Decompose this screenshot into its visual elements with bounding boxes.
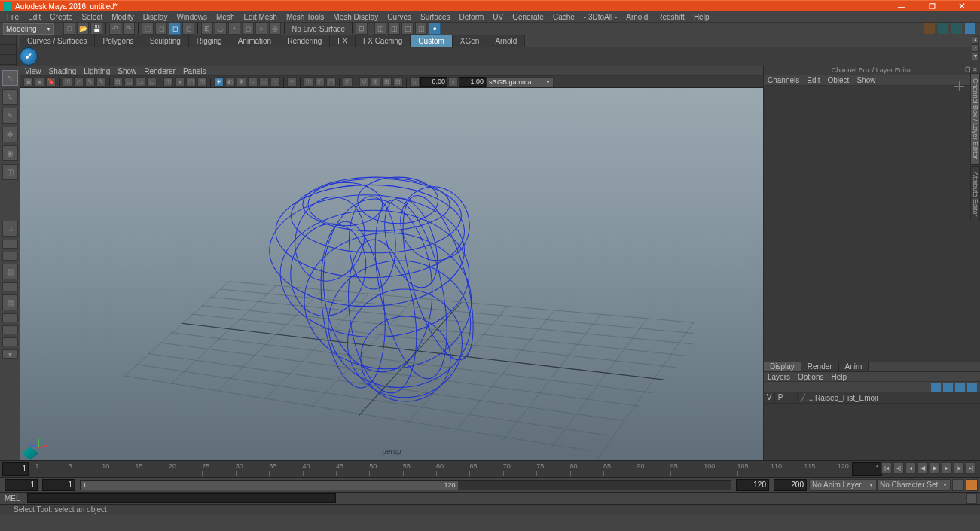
live-surface-label[interactable]: No Live Surface [292, 25, 345, 33]
menu-create[interactable]: Create [45, 13, 77, 21]
anim-start-inner[interactable]: 1 [42, 479, 75, 491]
layer-tab-anim[interactable]: Anim [839, 362, 869, 371]
anti-alias-icon[interactable]: ∴ [259, 77, 269, 87]
layout-three[interactable] [2, 282, 18, 291]
menu-cache[interactable]: Cache [548, 13, 579, 21]
shelf-tab-animation[interactable]: Animation [230, 35, 279, 47]
pi-e2[interactable]: ↺ [359, 77, 369, 87]
time-track[interactable]: 1510152025303540455055606570758085909510… [31, 462, 850, 475]
menu-mesh-display[interactable]: Mesh Display [328, 13, 383, 21]
menu-uv[interactable]: UV [488, 13, 508, 21]
cb-menu-object[interactable]: Object [828, 76, 850, 84]
maximize-button[interactable]: ❐ [917, 2, 947, 11]
paint-select-tool[interactable]: ✎ [2, 108, 18, 124]
view-compass-icon[interactable] [951, 78, 966, 93]
shelf-tab-arnold[interactable]: Arnold [487, 35, 525, 47]
redo-button[interactable]: ↷ [123, 23, 135, 35]
xray-comp-icon[interactable]: ◫ [326, 77, 336, 87]
time-start-display[interactable]: 1 [2, 462, 29, 476]
layer-move-down-icon[interactable] [943, 383, 953, 392]
shelf-tab-curves-surfaces[interactable]: Curves / Surfaces [20, 35, 95, 47]
shadows-icon[interactable]: ◐ [225, 77, 235, 87]
shelf-tab-polygons[interactable]: Polygons [95, 35, 142, 47]
menu-modify[interactable]: Modify [107, 13, 138, 21]
snap-point-button[interactable]: • [228, 23, 240, 35]
anim-start-outer[interactable]: 1 [5, 479, 38, 491]
isolate-select-icon[interactable]: ☀ [287, 77, 297, 87]
render-current-button[interactable]: ◫ [374, 23, 386, 35]
shelf-scroll-up-icon[interactable]: ▲ [972, 36, 979, 44]
annotation-icon[interactable]: ✎ [96, 77, 106, 87]
wireframe-icon[interactable]: ◫ [163, 77, 173, 87]
snap-grid-button[interactable]: ⊞ [201, 23, 213, 35]
new-layer-icon[interactable] [955, 383, 965, 392]
shelf-left-options[interactable] [0, 35, 17, 66]
lasso-tool[interactable]: ↯ [2, 89, 18, 105]
play-forward-button[interactable]: ▶ [930, 462, 940, 474]
exposure-input[interactable]: 0.00 [420, 77, 447, 87]
snap-view-button[interactable]: ◎ [269, 23, 281, 35]
new-scene-button[interactable]: □ [63, 23, 75, 35]
panel-menu-show[interactable]: Show [118, 67, 136, 75]
exposure-icon[interactable]: ☼ [410, 77, 420, 87]
layer-type-toggle[interactable] [786, 392, 798, 403]
gamma-input[interactable]: 1.00 [459, 77, 486, 87]
open-scene-button[interactable]: 📂 [77, 23, 89, 35]
new-layer-assign-icon[interactable] [967, 383, 977, 392]
select-component-button[interactable]: ◻ [169, 23, 181, 35]
menu-redshift[interactable]: Redshift [652, 13, 689, 21]
smooth-shade-icon[interactable]: ● [175, 77, 185, 87]
persp-viewport[interactable]: persp [20, 88, 763, 460]
layout-four-pane[interactable] [2, 240, 18, 249]
layer-tab-display[interactable]: Display [764, 362, 801, 371]
layer-playback-toggle[interactable]: P [775, 392, 786, 403]
select-hierarchy-button[interactable]: ⬚ [142, 23, 154, 35]
layer-move-up-icon[interactable] [931, 383, 941, 392]
color-space-dropdown[interactable]: sRGB gamma ▼ [486, 77, 554, 87]
shelf-scroll-mid-icon[interactable]: · [972, 44, 979, 52]
menu-3dtoall[interactable]: - 3DtoAll - [579, 13, 621, 21]
command-line-input[interactable] [27, 493, 336, 503]
gamma-icon[interactable]: γ [448, 77, 458, 87]
menu-edit-mesh[interactable]: Edit Mesh [239, 13, 281, 21]
shelf-tab-fx[interactable]: FX [330, 35, 356, 47]
hypershade-button[interactable]: ● [429, 23, 441, 35]
menu-mesh[interactable]: Mesh [212, 13, 239, 21]
ao-icon[interactable]: ✱ [237, 77, 246, 87]
wireframe-on-shaded-icon[interactable]: ◫ [197, 77, 207, 87]
save-scene-button[interactable]: 💾 [90, 23, 102, 35]
go-end-button[interactable]: ▸| [966, 462, 976, 474]
layout-single-pane[interactable]: □ [2, 221, 18, 237]
grid-icon[interactable]: ⊞ [113, 77, 123, 87]
xray-icon[interactable]: ◫ [304, 77, 313, 87]
shelf-scroll-down-icon[interactable]: ▼ [972, 53, 979, 60]
layer-name[interactable]: ╱ ...:Raised_Fist_Emoji [798, 394, 980, 402]
construction-history-button[interactable]: ⊡ [356, 23, 368, 35]
menu-surfaces[interactable]: Surfaces [416, 13, 454, 21]
select-tool[interactable]: ↖ [2, 70, 18, 86]
anim-end-outer[interactable]: 200 [774, 479, 807, 491]
range-slider-handle[interactable]: 1 120 [81, 481, 458, 490]
grease-pencil-icon[interactable]: ✎ [85, 77, 95, 87]
account-icon[interactable] [924, 23, 936, 35]
panel-menu-panels[interactable]: Panels [183, 67, 206, 75]
workspace-mode-dropdown[interactable]: Modeling ▼ [3, 23, 54, 35]
panel-close-icon[interactable]: ✕ [972, 66, 978, 73]
script-editor-button[interactable] [966, 493, 977, 504]
pi-e4[interactable]: ⊞ [382, 77, 392, 87]
layer-visibility-toggle[interactable]: V [764, 392, 775, 403]
scale-tool[interactable]: ◫ [2, 164, 18, 180]
shelf-custom-icon[interactable]: ✔ [20, 47, 38, 66]
layers-menu-help[interactable]: Help [831, 373, 847, 381]
close-button[interactable]: ✕ [947, 1, 977, 11]
panel-restore-icon[interactable]: ❐ [964, 66, 971, 73]
panel-menu-view[interactable]: View [25, 67, 41, 75]
menu-display[interactable]: Display [139, 13, 172, 21]
use-all-lights-icon[interactable]: ☀ [214, 77, 224, 87]
image-plane-icon[interactable]: ◫ [63, 77, 72, 87]
move-tool[interactable]: ✥ [2, 127, 18, 142]
menu-windows[interactable]: Windows [172, 13, 212, 21]
side-tab-channel-box[interactable]: Channel Box / Layer Editor [970, 73, 980, 165]
toolkit-icon-3[interactable] [964, 23, 976, 35]
shelf-tab-rendering[interactable]: Rendering [279, 35, 330, 47]
